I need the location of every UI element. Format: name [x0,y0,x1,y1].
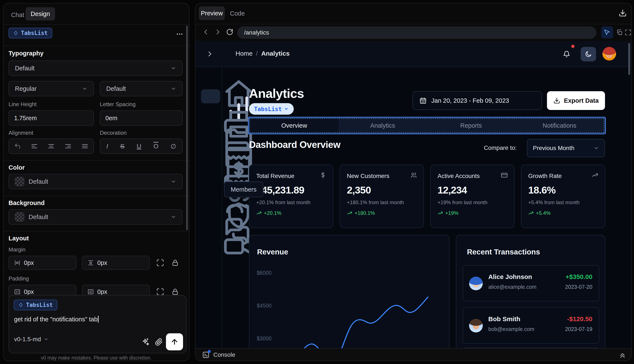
lock-margin-icon[interactable] [171,259,179,267]
align-right-icon[interactable] [65,143,72,150]
diamond-icon [13,30,18,36]
tab-analytics[interactable]: Analytics [339,119,427,132]
expand-padding-icon[interactable] [156,288,164,296]
forward-icon[interactable] [214,28,221,36]
margin-x-input[interactable] [24,259,71,266]
breadcrumb-home[interactable]: Home [235,50,253,57]
credit-card-icon[interactable] [207,170,214,177]
breadcrumb-current[interactable]: Analytics [261,50,289,57]
align-center-icon[interactable] [48,143,55,150]
background-select[interactable]: Default [9,209,183,224]
receipt-icon[interactable] [207,154,214,162]
transaction-row[interactable]: Alice Johnson alice@example.com +$350.00… [463,265,599,301]
letter-spacing-input[interactable] [105,115,177,122]
font-size-select[interactable]: Default [100,81,183,96]
export-button-label: Export Data [564,97,599,104]
font-select[interactable]: Default [9,60,183,76]
stat-card-active-accounts: Active Accounts 12,234 +19% from last mo… [430,164,515,228]
transaction-row[interactable]: Bob Smith bob@example.com -$120.50 2023-… [463,307,599,344]
revenue-card-title: Revenue [257,248,288,256]
chevron-down-icon [44,337,49,342]
members-users-icon[interactable] [207,185,214,193]
printer-icon[interactable] [207,108,214,116]
send-button[interactable] [166,333,183,350]
tab-reports[interactable]: Reports [427,119,515,132]
tab-overview[interactable]: Overview [250,119,339,132]
stat-subtext: +19% from last month [438,200,487,206]
trending-up-icon [438,210,443,216]
padding-y-input[interactable] [97,288,144,296]
selection-label-pill[interactable]: TabsList [249,103,294,115]
lock-padding-icon[interactable] [171,288,179,296]
chevrons-up-icon[interactable] [619,351,626,359]
export-data-button[interactable]: Export Data [547,91,605,110]
sidebar-toggle-icon[interactable] [206,50,213,58]
italic-icon[interactable]: I [106,142,108,150]
margin-y-input[interactable] [97,259,144,266]
letter-spacing-label: Letter Spacing [100,101,136,108]
inspect-pointer-button[interactable] [601,26,613,38]
padding-x-input[interactable] [24,288,71,296]
chevron-down-icon [171,66,176,71]
typography-section-title: Typography [9,50,44,57]
undo-icon[interactable] [14,143,21,150]
copy-icon[interactable] [616,29,623,36]
underline-icon[interactable]: U [137,142,141,150]
overline-icon[interactable]: O [153,142,158,150]
trending-up-icon [347,210,353,216]
console-bar[interactable]: Console [195,348,631,360]
align-left-icon[interactable] [31,143,38,150]
font-weight-select[interactable]: Regular [9,81,94,96]
tab-chat[interactable]: Chat [11,12,24,18]
more-horizontal-icon[interactable] [176,30,183,38]
date-range-picker[interactable]: Jan 20, 2023 - Feb 09, 2023 [413,91,542,110]
no-decoration-icon[interactable]: ∅ [170,142,176,150]
preview-scrollbar[interactable] [628,43,630,75]
analytics-chart-icon[interactable] [207,92,214,100]
fullscreen-icon[interactable] [624,29,631,36]
wallet-icon[interactable] [207,139,214,146]
attach-paperclip-icon[interactable] [155,338,163,346]
home-icon[interactable] [207,78,214,85]
line-height-input[interactable] [14,115,88,122]
stat-label: Active Accounts [438,172,480,180]
margin-x-input-wrap [9,256,76,270]
expand-margin-icon[interactable] [156,259,164,267]
strikethrough-icon[interactable]: S [120,142,125,150]
download-icon[interactable] [619,9,627,17]
folder-icon[interactable] [207,123,214,131]
align-justify-icon[interactable] [82,143,88,150]
credit-card-icon [501,172,508,178]
decoration-toolbar: I S U O ∅ [100,138,183,154]
tab-notifications[interactable]: Notifications [515,119,604,132]
back-icon[interactable] [202,28,209,36]
tab-code[interactable]: Code [230,10,245,17]
font-size-value: Default [106,85,126,92]
prompt-composer[interactable]: TabsList get rid of the "notifications" … [9,295,186,353]
revenue-line-chart [273,267,444,349]
chevron-down-icon [284,106,289,111]
y-tick-6000: $6000 [252,270,271,276]
prompt-context-badge[interactable]: TabsList [14,300,57,310]
shield-icon[interactable] [207,200,214,207]
messages-icon[interactable] [207,215,214,223]
video-icon[interactable] [207,230,214,238]
sidebar-scrollbar[interactable] [186,26,188,230]
selection-label-text: TabsList [254,106,282,112]
model-selector[interactable]: v0-1.5-md [14,336,49,343]
compare-select[interactable]: Previous Month [527,139,605,157]
tab-preview[interactable]: Preview [199,6,225,20]
enhance-sparkles-icon[interactable] [141,338,150,346]
bell-icon[interactable] [563,50,570,58]
stat-subtext: +20.1% from last month [256,200,310,206]
color-select[interactable]: Default [9,174,183,189]
tab-design[interactable]: Design [26,7,55,20]
user-avatar[interactable] [602,47,616,60]
chevron-down-icon [82,86,88,92]
selected-component-badge[interactable]: TabsList [9,28,52,38]
theme-toggle-button[interactable] [581,47,596,62]
stat-delta-text: +180.1% [355,210,375,216]
url-bar[interactable]: /analytics [237,26,596,39]
prompt-input[interactable]: get rid of the "notifications" tab​ [14,316,99,323]
refresh-icon[interactable] [226,28,233,36]
